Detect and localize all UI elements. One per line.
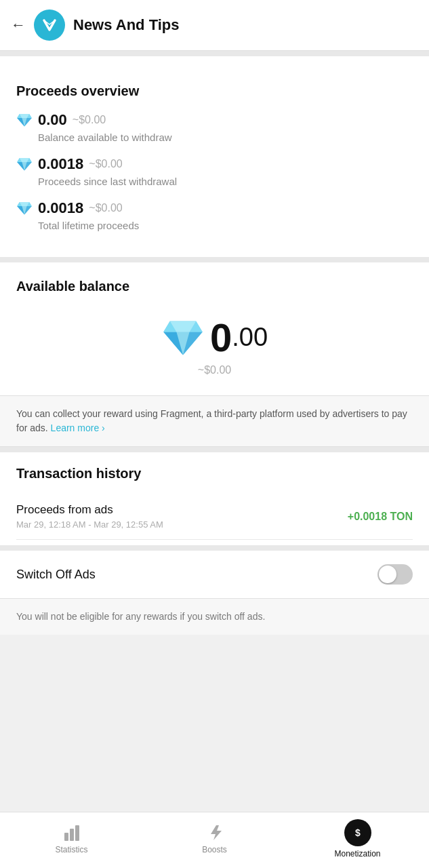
balance-usd-display: ~$0.00	[16, 364, 413, 376]
monetization-label: Monetization	[334, 849, 380, 859]
nav-item-boosts[interactable]: Boosts	[188, 823, 242, 854]
transaction-name: Proceeds from ads	[16, 503, 348, 517]
svg-rect-25	[70, 829, 74, 841]
svg-rect-24	[64, 833, 68, 841]
balance-label: Balance available to withdraw	[38, 132, 413, 143]
divider-2	[0, 257, 429, 262]
proceeds-row-since: 0.0018 ~$0.00 Proceeds since last withdr…	[16, 155, 413, 187]
monetization-icon-circle: $	[344, 819, 371, 846]
info-box: You can collect your reward using Fragme…	[0, 395, 429, 447]
app-logo	[34, 9, 65, 41]
proceeds-row-balance: 0.00 ~$0.00 Balance available to withdra…	[16, 111, 413, 143]
transaction-amount: +0.0018 TON	[348, 511, 413, 523]
nav-item-statistics[interactable]: Statistics	[45, 823, 99, 854]
info-box-text: You can collect your reward using Fragme…	[16, 408, 407, 433]
warning-box: You will not be eligible for any rewards…	[0, 598, 429, 635]
since-usd: ~$0.00	[89, 158, 122, 170]
divider-1	[0, 51, 429, 56]
transaction-date: Mar 29, 12:18 AM - Mar 29, 12:55 AM	[16, 519, 348, 530]
big-diamond-icon	[161, 316, 205, 359]
diamond-icon-1	[16, 112, 33, 128]
available-balance-section: Available balance 0.00 ~$0.00	[0, 262, 429, 395]
nav-item-monetization[interactable]: $ Monetization	[331, 819, 385, 859]
transaction-history-section: Transaction history Proceeds from ads Ma…	[0, 452, 429, 540]
diamond-icon-2	[16, 156, 33, 172]
lifetime-label: Total lifetime proceeds	[38, 220, 413, 231]
transaction-history-title: Transaction history	[16, 466, 413, 481]
switch-toggle[interactable]	[377, 564, 413, 585]
proceeds-row-lifetime: 0.0018 ~$0.00 Total lifetime proceeds	[16, 199, 413, 231]
diamond-icon-3	[16, 200, 33, 216]
balance-display: 0.00	[16, 315, 413, 360]
since-amount: 0.0018	[38, 155, 83, 173]
statistics-icon	[62, 823, 81, 842]
transaction-row: Proceeds from ads Mar 29, 12:18 AM - Mar…	[16, 494, 413, 540]
available-balance-title: Available balance	[16, 279, 413, 294]
boosts-icon	[205, 823, 224, 842]
warning-text: You will not be eligible for any rewards…	[16, 610, 413, 624]
toggle-knob	[379, 566, 396, 583]
balance-decimal: .00	[232, 323, 268, 352]
back-button[interactable]: ←	[11, 16, 26, 34]
balance-amount: 0.00	[38, 111, 67, 129]
divider-3	[0, 447, 429, 452]
transaction-info: Proceeds from ads Mar 29, 12:18 AM - Mar…	[16, 503, 348, 530]
statistics-label: Statistics	[55, 845, 87, 854]
lifetime-usd: ~$0.00	[89, 202, 122, 214]
header-title: News And Tips	[73, 16, 179, 34]
proceeds-overview-title: Proceeds overview	[16, 83, 413, 99]
divider-4	[0, 545, 429, 551]
lifetime-amount: 0.0018	[38, 199, 83, 217]
bottom-nav: Statistics Boosts $ Monetization	[0, 812, 429, 868]
balance-usd: ~$0.00	[73, 114, 106, 126]
proceeds-overview-section: Proceeds overview 0.00 ~$0.00 Balance av…	[0, 70, 429, 257]
svg-text:$: $	[355, 827, 361, 838]
switch-section: Switch Off Ads	[0, 551, 429, 598]
since-label: Proceeds since last withdrawal	[38, 176, 413, 187]
switch-label: Switch Off Ads	[16, 568, 96, 582]
header: ← News And Tips	[0, 0, 429, 51]
svg-rect-26	[75, 825, 79, 841]
boosts-label: Boosts	[202, 845, 227, 854]
learn-more-link[interactable]: Learn more ›	[51, 422, 105, 433]
balance-whole: 0	[210, 315, 232, 360]
